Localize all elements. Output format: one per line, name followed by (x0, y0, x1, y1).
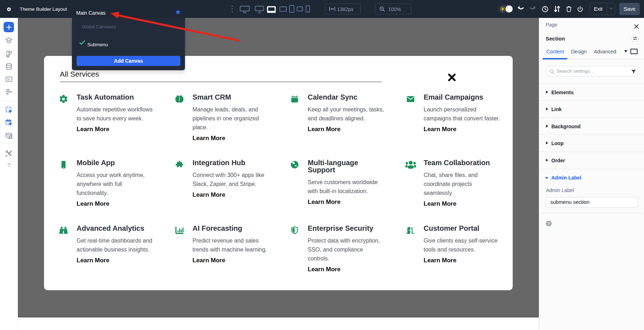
svg-text:?: ? (547, 221, 550, 226)
